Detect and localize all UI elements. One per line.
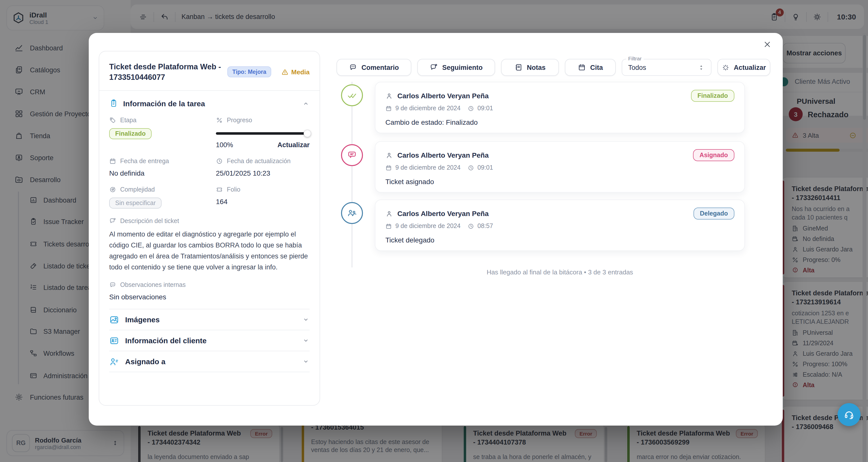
followup-button[interactable]: Seguimiento [417, 59, 495, 76]
entry-time: 08:57 [477, 223, 493, 230]
percent-icon [216, 117, 223, 124]
person-icon [385, 210, 393, 217]
field-fecha-entrega: Fecha de entrega No definida [109, 158, 203, 177]
button-label: Notas [527, 64, 546, 71]
followup-icon [430, 63, 438, 71]
timeline-entry: Carlos Alberto Veryan Peña Delegado 9 de… [375, 200, 745, 251]
chevron-up-icon [302, 99, 310, 107]
notes-button[interactable]: Notas [501, 59, 559, 76]
status-badge: Finalizado [109, 128, 152, 139]
field-complejidad: Complejidad Sin especificar [109, 186, 203, 208]
button-label: Comentario [362, 64, 399, 71]
clock-icon [467, 105, 474, 112]
timeline-entry: Carlos Alberto Veryan Peña Finalizado 9 … [375, 82, 745, 133]
calendar-icon [385, 105, 392, 112]
accordion-label: Imágenes [125, 316, 159, 324]
field-label: Complejidad [120, 186, 155, 193]
type-badge: Tipo: Mejora [227, 66, 271, 77]
clock-icon [216, 158, 223, 165]
field-fecha-actualizacion: Fecha de actualización 25/01/2025 10:23 [216, 158, 310, 177]
notes-icon [514, 63, 522, 71]
section-title: Información de la tarea [123, 99, 205, 108]
entry-author: Carlos Alberto Veryan Peña [397, 92, 489, 100]
entry-text: Ticket delegado [385, 236, 734, 244]
users-icon [347, 208, 357, 218]
accordion-asignado-a[interactable]: Asignado a [109, 351, 310, 372]
field-label: Etapa [120, 117, 136, 124]
entry-time: 09:01 [477, 164, 493, 171]
field-label: Fecha de entrega [120, 158, 169, 165]
accordion-informacion-cliente[interactable]: Información del cliente [109, 330, 310, 351]
clipboard-icon [109, 99, 118, 108]
double-check-icon [347, 90, 357, 100]
comment-button[interactable]: Comentario [337, 59, 411, 76]
calendar-icon [385, 223, 392, 229]
target-icon [109, 186, 116, 193]
person-icon [385, 151, 393, 159]
calendar-icon [109, 158, 116, 165]
calendar-icon [385, 164, 392, 171]
field-label: Observaciones internas [120, 282, 186, 289]
close-icon[interactable] [760, 37, 775, 52]
select-arrows-icon [698, 64, 705, 71]
task-info-section-header[interactable]: Información de la tarea [109, 99, 310, 108]
field-observaciones: Observaciones internas Sin observaciones [109, 282, 310, 301]
entry-date: 9 de diciembre de 2024 [395, 223, 460, 230]
accordion-label: Asignado a [125, 357, 165, 366]
field-value: Sin observaciones [109, 293, 310, 301]
appointment-calendar-icon [578, 63, 586, 71]
entry-status-badge: Delegado [693, 207, 734, 220]
ticket-description: Al momento de editar el diagnóstico y ag… [109, 229, 310, 273]
timeline-dot-finalizado [341, 84, 363, 106]
appointment-button[interactable]: Cita [565, 59, 616, 76]
warning-triangle-icon [281, 68, 289, 76]
progress-slider[interactable] [216, 130, 310, 137]
timeline-end-note: Has llegado al final de la bitácora • 3 … [375, 268, 745, 276]
entry-date: 9 de diciembre de 2024 [395, 105, 460, 112]
app-screen: iDrall Cloud 1 Dashboard Catálogos CRM G… [0, 0, 868, 462]
filter-select[interactable]: Filtrar Todos [622, 59, 711, 76]
accordion-imagenes[interactable]: Imágenes [109, 310, 310, 330]
entry-text: Cambio de estado: Finalizado [385, 118, 734, 126]
entry-author: Carlos Alberto Veryan Peña [397, 209, 489, 218]
id-card-icon [109, 336, 119, 346]
chat-dots-icon [109, 282, 116, 289]
entry-status-badge: Finalizado [691, 90, 734, 102]
field-label: Descripción del ticket [120, 218, 179, 225]
slider-track [216, 132, 310, 135]
clock-icon [467, 164, 474, 171]
button-label: Seguimiento [442, 64, 483, 71]
person-plus-icon [109, 357, 119, 367]
complexity-badge: Sin especificar [109, 198, 162, 208]
field-descripcion: Descripción del ticket Al momento de edi… [109, 218, 310, 273]
chat-assign-icon [347, 150, 357, 160]
entry-text: Ticket asignado [385, 178, 734, 185]
field-folio: Folio 164 [216, 186, 310, 208]
image-icon [109, 315, 119, 325]
ticket-detail-modal: Ticket desde Plataforma Web - 1733510446… [89, 33, 783, 426]
chevron-down-icon [302, 358, 310, 366]
refresh-button[interactable]: Actualizar [717, 59, 770, 76]
slider-thumb[interactable] [304, 130, 311, 137]
field-label: Progreso [227, 117, 252, 124]
chevron-down-icon [302, 337, 310, 345]
field-label: Folio [227, 186, 240, 193]
field-progreso: Progreso 100% Actualizar [216, 117, 310, 149]
field-etapa: Etapa Finalizado [109, 117, 203, 149]
filter-value: Todos [628, 64, 646, 71]
entry-time: 09:01 [477, 105, 493, 112]
ticket-info-panel: Ticket desde Plataforma Web - 1733510446… [99, 51, 320, 406]
support-fab[interactable] [838, 403, 861, 426]
timeline-dot-asignado [341, 144, 363, 166]
spinner-icon [722, 64, 729, 71]
chat-person-icon [109, 218, 116, 225]
update-progress-link[interactable]: Actualizar [277, 141, 310, 149]
timeline-dot-delegado [341, 202, 363, 224]
ticket-title: Ticket desde Plataforma Web - 1733510446… [109, 61, 222, 82]
field-value: 25/01/2025 10:23 [216, 169, 310, 177]
entry-date: 9 de diciembre de 2024 [395, 164, 460, 171]
field-value: No definida [109, 169, 203, 177]
headset-icon [843, 409, 855, 420]
timeline-entry: Carlos Alberto Veryan Peña Asignado 9 de… [375, 141, 745, 193]
divider [109, 372, 310, 372]
